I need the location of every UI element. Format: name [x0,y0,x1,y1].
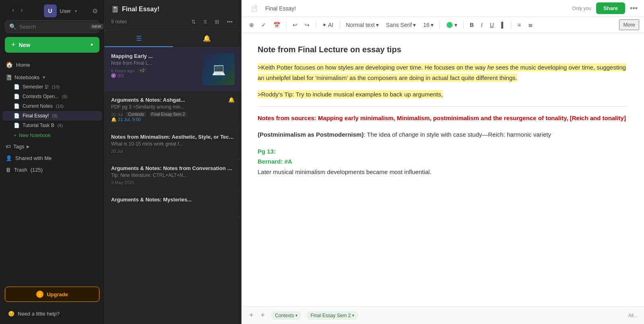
highlighted-text-2: >Roddy's Tip: Try to include musical exa… [258,90,443,98]
toolbar-divider [511,21,512,29]
color-button[interactable]: ▾ [443,20,460,30]
redo-button[interactable]: ↪ [302,20,312,30]
number-list-icon: ≣ [528,22,533,28]
note-list-title-text: Final Essay! [122,6,159,13]
footer-tag-contexts-arrow-icon: ▾ [295,313,297,318]
notebooks-collapse-icon: 📓 [6,74,12,80]
view-button[interactable]: ⊞ [213,17,221,26]
share-area: Only you Share ••• [572,2,638,14]
font-label: Sans Serif [386,22,412,28]
note-date: 3 May 2020 [111,180,134,185]
new-button-label: New [19,42,31,48]
search-input[interactable] [19,24,87,30]
font-select[interactable]: Sans Serif ▾ [383,20,419,30]
note-item[interactable]: Mapping Early ... Note from Final L... 6… [105,47,241,91]
note-item[interactable]: Arguments & Notes: Notes from Conversati… [105,160,241,191]
highlight-button[interactable]: ▌ [498,20,508,30]
notebook-name: Contexts Open... [23,94,59,99]
sidebar-item-home[interactable]: 🏠 Home [2,58,102,71]
calendar-icon: 📅 [273,22,280,28]
note-meta: 20 Jul [111,149,235,154]
upgrade-button[interactable]: ⚡ Upgrade [5,287,99,302]
notelist-more-button[interactable]: ••• [225,17,235,26]
note-content: Arguments & Notes: Ashgat... 🔔 PDF pg 3 … [111,97,235,122]
size-label: 16 [423,22,429,28]
sidebar-nav: 🏠 Home 📓 Notebooks ▼ 📄 Semester 1! (10) … [0,58,104,283]
share-button[interactable]: Share [596,2,625,14]
add-content-button[interactable]: ⊕ [246,20,257,30]
notebook-count: (9) [52,113,57,118]
notebook-item-tutorial[interactable]: 📄 Tutorial Task B (4) [2,121,102,130]
note-item[interactable]: Arguments & Notes: Mysteries... [105,191,241,217]
nav-back-button[interactable]: ‹ [10,6,17,14]
note-content: Notes from Minimalism: Aesthetic, Style,… [111,134,235,154]
tab-reminders[interactable]: 🔔 [173,31,242,47]
undo-button[interactable]: ↩ [290,20,300,30]
notebooks-section-header[interactable]: 📓 Notebooks ▼ [2,71,102,82]
note-preview: What is 10-15 mins work great f... [111,141,235,147]
help-label: Need a little help? [18,311,60,317]
footer-tag-contexts[interactable]: Contexts ▾ [271,311,301,320]
bullet-list-button[interactable]: ≡ [515,20,524,30]
ai-icon: ✦ [322,22,327,28]
note-tag-final: Final Essay Sem 2 [149,112,187,117]
toolbar-more-button[interactable]: More [619,19,639,30]
new-notebook-button[interactable]: + New Notebook [2,130,102,141]
note-thumbnail: 💻 [202,53,235,85]
task-button[interactable]: ✓ [258,20,269,30]
footer-add2-button[interactable]: + [260,310,266,321]
editor-more-button[interactable]: ••• [630,4,638,12]
notebook-item-contexts[interactable]: 📄 Contexts Open... (6) [2,92,102,101]
new-plus-icon: + [11,41,16,49]
notebook-item-finalessay[interactable]: 📄 Final Essay! (9) [2,111,102,121]
notebook-count: (4) [58,123,63,128]
shared-icon: 👤 [6,155,12,161]
sidebar-item-shared[interactable]: 👤 Shared with Me [2,152,102,164]
note-title: Arguments & Notes: Ashgat... [111,97,185,103]
tab-bell-icon: 🔔 [203,35,211,42]
new-button[interactable]: + New ▾ [5,37,99,53]
footer-tag-finalessay-label: Final Essay Sem 2 [310,313,351,318]
toolbar-divider [286,21,287,29]
tab-notes[interactable]: ☰ [105,31,173,47]
tags-section[interactable]: 🏷 Tags ▶ [2,141,102,152]
footer-tag-finalessay-arrow-icon: ▾ [352,313,354,318]
footer-tag-contexts-label: Contexts [275,313,294,318]
nav-forward-button[interactable]: › [18,6,25,14]
filter-button[interactable]: ⧖ [201,17,209,26]
footer-add-button[interactable]: + [248,310,255,321]
editor-body[interactable]: Note from Final Lecture on essay tips >K… [242,33,644,306]
search-bar[interactable]: 🔍 NEW [5,20,99,33]
notebook-icon: 📄 [14,103,20,109]
notebook-count: (10) [52,84,60,89]
note-meta: 20 Jul Contexts Final Essay Sem 2 [111,112,235,117]
help-button[interactable]: 😊 Need a little help? [5,308,99,319]
note-title: Mapping Early ... [111,53,198,59]
note-title: Notes from Minimalism: Aesthetic, Style,… [111,134,235,140]
footer-tag-finalessay[interactable]: Final Essay Sem 2 ▾ [306,311,358,320]
notebook-item-semester1[interactable]: 📄 Semester 1! (10) [2,82,102,92]
task-icon: ✓ [261,22,266,28]
italic-button[interactable]: I [478,20,485,30]
size-select[interactable]: 16 ▾ [420,20,436,30]
underline-button[interactable]: U [487,20,497,30]
sidebar-item-trash[interactable]: 🗑 Trash (125) [2,164,102,176]
section-heading-link[interactable]: Notes from sources: Mapping early minima… [258,115,626,121]
sort-button[interactable]: ⇅ [189,17,198,26]
note-list-tabs: ☰ 🔔 [105,31,241,47]
ai-button[interactable]: ✦ AI [319,20,336,30]
note-item[interactable]: Arguments & Notes: Ashgat... 🔔 PDF pg 3 … [105,91,241,128]
style-select[interactable]: Normal text ▾ [343,20,382,30]
bold-button[interactable]: B [467,20,477,30]
size-arrow-icon: ▾ [431,22,433,28]
notebook-item-current[interactable]: 📄 Current Notes (16) [2,101,102,111]
account-area[interactable]: U User ▾ [44,4,77,17]
note-preview [111,204,235,209]
calendar-button[interactable]: 📅 [270,20,283,30]
number-list-button[interactable]: ≣ [525,20,536,30]
todo-label: 0/2 [118,73,124,78]
editor-note-icon-btn[interactable]: 📄 [248,4,260,13]
note-item[interactable]: Notes from Minimalism: Aesthetic, Style,… [105,128,241,160]
editor-note-breadcrumb: Final Essay! [265,5,296,12]
settings-button[interactable]: ⚙ [91,6,99,16]
